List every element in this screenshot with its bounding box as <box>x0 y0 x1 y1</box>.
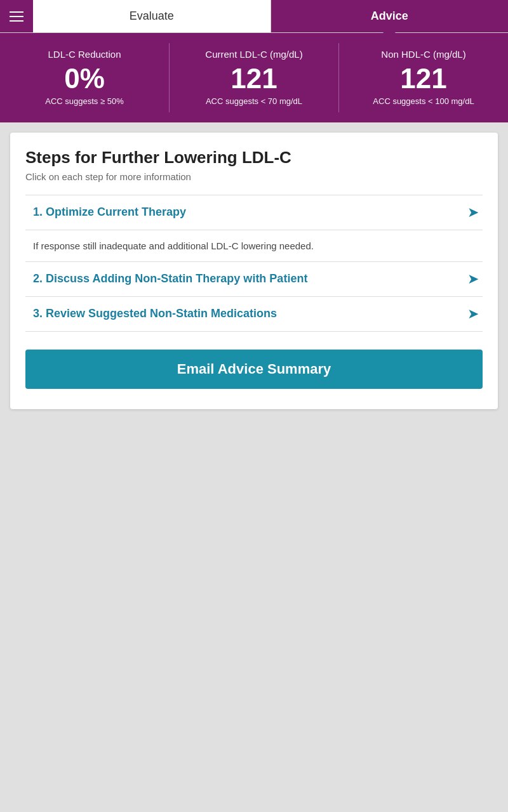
tab-evaluate-label: Evaluate <box>130 10 174 23</box>
inadequate-text: If response still inadequate and additio… <box>25 230 483 261</box>
stat-ldl-reduction-value: 0% <box>64 63 105 94</box>
step-3[interactable]: 3. Review Suggested Non-Statin Medicatio… <box>25 296 483 332</box>
stats-banner: LDL-C Reduction 0% ACC suggests ≥ 50% Cu… <box>0 33 508 122</box>
stat-non-hdl-label: Non HDL-C (mg/dL) <box>381 48 465 61</box>
stat-ldl-reduction-label: LDL-C Reduction <box>48 48 121 61</box>
step-2-label: 2. Discuss Adding Non-Statin Therapy wit… <box>33 272 307 285</box>
tab-evaluate[interactable]: Evaluate <box>33 0 271 32</box>
main-card: Steps for Further Lowering LDL-C Click o… <box>10 133 498 409</box>
stat-non-hdl: Non HDL-C (mg/dL) 121 ACC suggests < 100… <box>339 43 508 112</box>
step-1-label: 1. Optimize Current Therapy <box>33 206 186 219</box>
chevron-right-icon-1: ➤ <box>467 204 479 221</box>
step-2[interactable]: 2. Discuss Adding Non-Statin Therapy wit… <box>25 261 483 296</box>
gray-background <box>0 419 508 800</box>
email-advice-button[interactable]: Email Advice Summary <box>25 350 483 389</box>
stat-current-ldl: Current LDL-C (mg/dL) 121 ACC suggests <… <box>170 43 339 112</box>
menu-button[interactable] <box>0 0 33 32</box>
header: Evaluate Advice <box>0 0 508 33</box>
tab-advice[interactable]: Advice <box>271 0 509 32</box>
stat-non-hdl-value: 121 <box>400 63 446 94</box>
card-title: Steps for Further Lowering LDL-C <box>25 148 483 167</box>
stat-current-ldl-value: 121 <box>231 63 277 94</box>
stat-ldl-reduction: LDL-C Reduction 0% ACC suggests ≥ 50% <box>0 43 170 112</box>
stat-current-ldl-suggest: ACC suggests < 70 mg/dL <box>206 96 302 107</box>
stat-ldl-reduction-suggest: ACC suggests ≥ 50% <box>45 96 123 107</box>
step-1[interactable]: 1. Optimize Current Therapy ➤ <box>25 195 483 230</box>
card-subtitle: Click on each step for more information <box>25 171 483 182</box>
step-3-label: 3. Review Suggested Non-Statin Medicatio… <box>33 307 277 320</box>
chevron-right-icon-3: ➤ <box>467 306 479 322</box>
tab-advice-label: Advice <box>371 10 408 23</box>
chevron-right-icon-2: ➤ <box>467 271 479 287</box>
hamburger-icon <box>10 11 23 22</box>
stat-non-hdl-suggest: ACC suggests < 100 mg/dL <box>373 96 474 107</box>
stat-current-ldl-label: Current LDL-C (mg/dL) <box>205 48 302 61</box>
